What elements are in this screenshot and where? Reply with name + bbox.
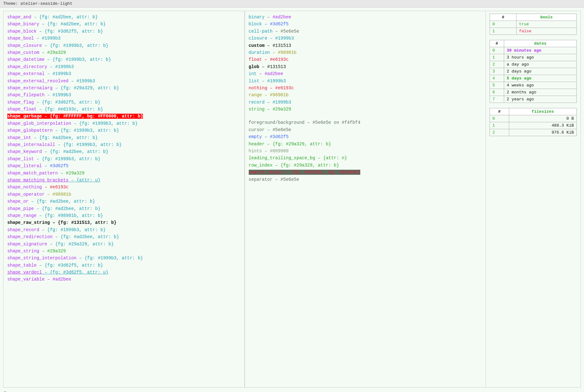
- table-row: 62 months ago: [490, 89, 577, 96]
- table-row: 030 minutes ago: [490, 47, 577, 54]
- list-item: range – #98981b: [249, 92, 482, 98]
- list-item: shape_matching_brackets – {attr: u}: [7, 177, 241, 184]
- list-item: shape_custom – #29a329: [7, 49, 241, 56]
- list-item: empty – #3d62f5: [249, 133, 482, 140]
- list-item: separator – #5e6e5e: [249, 176, 482, 183]
- table-row: 2a day ago: [490, 61, 577, 68]
- col1: shape_and – {fg: #ad2bee, attr: b}shape_…: [3, 11, 245, 388]
- list-item: header – {fg: #29a329, attr: b}: [249, 141, 482, 148]
- list-item: int – #ad2bee: [249, 70, 482, 77]
- table-row: 72 years ago: [490, 96, 577, 103]
- list-item: duration – #98981b: [249, 49, 482, 56]
- filesizes-hash-header: #: [490, 108, 509, 115]
- list-item: shape_pipe – {fg: #ad2bee, attr: b}: [7, 205, 241, 212]
- list-item: shape_table – {fg: #3d62f5, attr: b}: [7, 262, 241, 269]
- list-item: shape_string_interpolation – {fg: #1999b…: [7, 255, 241, 262]
- list-item: block – #3d62f5: [249, 21, 482, 28]
- table-row: 1488.3 KiB: [490, 122, 577, 129]
- list-item: binary – #ad2bee: [249, 14, 482, 21]
- col2: binary – #ad2beeblock – #3d62f5cell-path…: [245, 11, 486, 388]
- list-item: shape_match_pattern – #29a329: [7, 170, 241, 177]
- bools-table: # bools 0true1false: [490, 14, 577, 35]
- list-item: string – #29a329: [249, 106, 482, 113]
- list-item: shape_external_resolved – #1999b3: [7, 78, 241, 85]
- table-row: 1false: [490, 28, 577, 35]
- list-item: shape_and – {fg: #ad2bee, attr: b}: [7, 14, 241, 21]
- list-item: shape_signature – {fg: #29a329, attr: b}: [7, 241, 241, 248]
- list-item: shape_list – {fg: #1999b3, attr: b}: [7, 155, 241, 162]
- bools-col-header: bools: [517, 14, 577, 21]
- table-row: 2976.6 KiB: [490, 129, 577, 136]
- list-item: hints – #809980: [249, 148, 482, 155]
- filesizes-table: # filesizes 00 B1488.3 KiB2976.6 KiB: [490, 108, 577, 136]
- list-item: shape_float – {fg: #e6193c, attr: b}: [7, 106, 241, 113]
- list-item: cursor – #5e6e5e: [249, 126, 482, 133]
- list-item: shape_redirection – {fg: #ad2bee, attr: …: [7, 233, 241, 240]
- list-item: shape_binary – {fg: #ad2bee, attr: b}: [7, 21, 241, 28]
- theme-bar: Theme: atelier-seaside-light: [0, 0, 584, 8]
- table-row: 13 hours ago: [490, 54, 577, 61]
- list-item: list – #1999b3: [249, 78, 482, 85]
- list-item: shape_garbage – {fg: #FFFFFF, bg: #FF000…: [7, 113, 241, 120]
- list-item: shape_externalarg – {fg: #29a329, attr: …: [7, 85, 241, 92]
- list-item: custom – #131513: [249, 42, 482, 49]
- table-row: 00 B: [490, 115, 577, 122]
- dates-table: # dates 030 minutes ago13 hours ago2a da…: [490, 40, 577, 103]
- list-item: shape_bool – #1999b3: [7, 35, 241, 42]
- list-item: shape_range – {fg: #98981b, attr: b}: [7, 212, 241, 219]
- table-row: 32 days ago: [490, 68, 577, 75]
- table-row: 45 days ago: [490, 75, 577, 82]
- list-item: shape_or – {fg: #ad2bee, attr: b}: [7, 198, 241, 205]
- list-item: nothing – #e6193c: [249, 85, 482, 92]
- list-item: shape_datetime – {fg: #1999b3, attr: b}: [7, 56, 241, 63]
- table-row: 0true: [490, 21, 577, 28]
- list-item: search_result – {fg: #e6193c, bg: #5e6e6…: [249, 169, 482, 176]
- filesizes-col-header: filesizes: [509, 108, 576, 115]
- list-item: shape_string – #29a329: [7, 248, 241, 255]
- list-item: record – #1999b3: [249, 99, 482, 106]
- table-row: 54 weeks ago: [490, 82, 577, 89]
- cursor-area: [0, 391, 584, 392]
- list-item: shape_nothing – #e6193c: [7, 184, 241, 191]
- list-item: cell-path – #5e6e5e: [249, 28, 482, 35]
- list-item: shape_closure – {fg: #1999b3, attr: b}: [7, 42, 241, 49]
- list-item: shape_glob_interpolation – {fg: #1999b3,…: [7, 120, 241, 127]
- list-item: leading_trailing_space_bg – {attr: n}: [249, 155, 482, 161]
- list-item: shape_record – {fg: #1999b3, attr: b}: [7, 226, 241, 233]
- dates-hash-header: #: [490, 40, 504, 47]
- main-container: shape_and – {fg: #ad2bee, attr: b}shape_…: [0, 8, 584, 391]
- list-item: shape_flag – {fg: #3d62f5, attr: b}: [7, 99, 241, 106]
- theme-label: Theme: atelier-seaside-light: [3, 1, 72, 6]
- list-item: shape_external – #1999b3: [7, 70, 241, 77]
- list-item: shape_vardecl – {fg: #3d62f5, attr: u}: [7, 269, 241, 276]
- bools-hash-header: #: [490, 14, 517, 21]
- list-item: shape_internalcall – {fg: #1999b3, attr:…: [7, 141, 241, 148]
- list-item: glob – #131513: [249, 63, 482, 70]
- list-item: shape_literal – #3d62f5: [7, 162, 241, 169]
- list-item: shape_directory – #1999b3: [7, 63, 241, 70]
- list-item: closure – #1999b3: [249, 35, 482, 42]
- dates-col-header: dates: [504, 40, 577, 47]
- list-item: shape_int – {fg: #ad2bee, attr: b}: [7, 134, 241, 141]
- list-item: shape_globpattern – {fg: #1999b3, attr: …: [7, 127, 241, 134]
- list-item: foreground/background – #5e6e5e on #f4fb…: [249, 119, 482, 126]
- col3-tables: # bools 0true1false # dates 030 minutes …: [486, 11, 581, 388]
- list-item: float – #e6193c: [249, 56, 482, 63]
- list-item: shape_variable – #ad2bee: [7, 276, 241, 283]
- list-item: shape_raw_string – {fg: #131513, attr: b…: [7, 219, 241, 226]
- list-item: shape_keyword – {fg: #ad2bee, attr: b}: [7, 148, 241, 155]
- list-item: shape_block – {fg: #3d62f5, attr: b}: [7, 28, 241, 35]
- list-item: shape_filepath – #1999b3: [7, 92, 241, 98]
- list-item: shape_operator – #98981b: [7, 191, 241, 198]
- list-item: row_index – {fg: #29a329, attr: b}: [249, 162, 482, 169]
